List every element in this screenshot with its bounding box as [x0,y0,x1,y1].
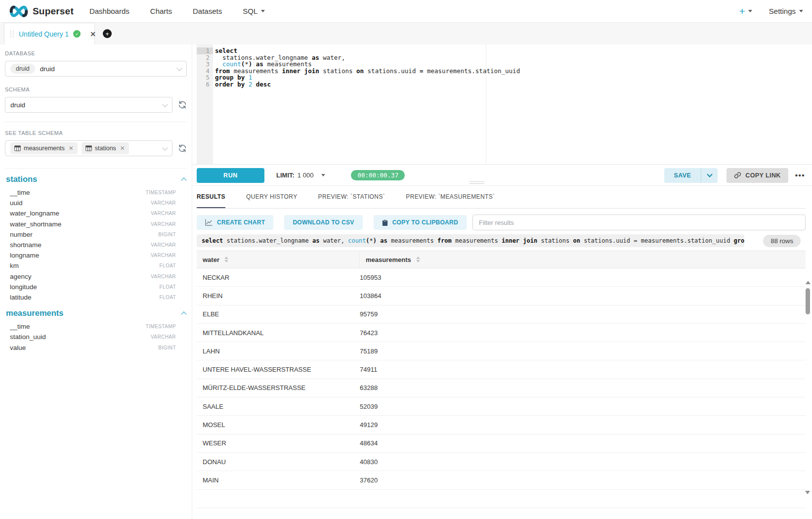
column-name: water_shortname [10,220,61,228]
nav-item-datasets[interactable]: Datasets [193,7,222,15]
refresh-schema-icon[interactable] [178,100,187,109]
database-label: DATABASE [5,50,187,58]
top-navbar: Superset DashboardsChartsDatasetsSQL + S… [0,0,812,23]
save-button[interactable]: SAVE [664,168,701,183]
create-chart-button[interactable]: CREATE CHART [197,215,273,230]
schema-table-name[interactable]: measurements [6,308,63,318]
water-header-label: water [203,256,219,263]
editor-gutter: 123456 [197,44,213,164]
sql-token: inner join [502,237,537,244]
column-header-measurements[interactable]: measurements [360,251,806,268]
remove-chip-icon[interactable]: ✕ [69,145,74,152]
copy-link-button[interactable]: COPY LINK [727,168,788,183]
column-type: TIMESTAMP [146,190,176,195]
nav-item-sql[interactable]: SQL [243,7,265,15]
column-row: station_uuidVARCHAR [10,332,176,342]
tab-untitled-query-1[interactable]: Untitled Query 1 ✓ ✕ [4,23,95,44]
column-type: VARCHAR [151,242,176,248]
more-options-button[interactable]: ••• [795,171,805,179]
table-row: DONAU40830 [197,453,806,471]
table-schema-select[interactable]: measurements✕stations✕ [5,140,172,156]
column-name: __time [10,323,30,330]
measurements-cell: 48634 [360,439,806,447]
sql-editor[interactable]: 123456 select stations.water_longname as… [193,44,812,165]
nav-item-dashboards[interactable]: Dashboards [89,7,129,15]
column-row: longnameVARCHAR [10,250,176,260]
column-type: BIGINT [158,232,176,237]
limit-dropdown[interactable]: LIMIT: 1 000 [276,172,325,179]
copy-to-clipboard-button[interactable]: COPY TO CLIPBOARD [374,215,467,230]
table-icon [85,145,92,151]
editor-code[interactable]: select stations.water_longname as water,… [215,44,812,164]
sql-token: measurements.station_uuid [423,67,520,75]
pane-splitter-handle[interactable] [470,181,484,185]
scrollbar-thumb[interactable] [806,288,810,314]
download-csv-button[interactable]: DOWNLOAD TO CSV [284,215,362,230]
column-name: station_uuid [10,333,46,341]
tab-preview-stations[interactable]: PREVIEW: `STATIONS` [318,186,385,208]
sql-token: ( [366,237,369,244]
column-row: kmFLOAT [10,260,176,271]
nav-item-charts[interactable]: Charts [150,7,172,15]
table-icon [14,145,21,151]
new-item-menu[interactable]: + [739,5,752,17]
remove-chip-icon[interactable]: ✕ [120,145,125,152]
scroll-down-icon[interactable] [805,491,810,494]
column-type: VARCHAR [151,274,176,279]
results-tabbar: RESULTS QUERY HISTORY PREVIEW: `STATIONS… [197,186,806,209]
column-type: VARCHAR [151,200,176,206]
clipboard-icon [382,219,388,226]
query-tabstrip: Untitled Query 1 ✓ ✕ + [0,23,812,44]
column-row: agencyVARCHAR [10,271,176,282]
sql-token: inner join [282,67,319,75]
column-header-water[interactable]: water [197,251,360,268]
results-table-header: water measurements [197,251,806,268]
line-number: 5 [197,74,213,81]
download-csv-label: DOWNLOAD TO CSV [293,219,354,226]
code-line: count(*) as measurements [215,61,812,68]
nav-item-label: Charts [150,7,172,15]
refresh-tables-icon[interactable] [178,144,187,153]
schema-select[interactable]: druid [5,97,172,113]
editor-toolbar: RUN LIMIT: 1 000 00:00:00.37 SAVE [193,165,812,186]
table-chip-measurements[interactable]: measurements✕ [10,142,78,154]
filter-results-input[interactable] [472,215,806,230]
database-select[interactable]: druid druid [5,61,187,77]
run-button[interactable]: RUN [197,168,264,183]
tab-query-history[interactable]: QUERY HISTORY [246,186,298,208]
nav-item-label: Dashboards [89,7,129,15]
chevron-up-icon[interactable] [181,311,186,317]
query-tab-title[interactable]: Untitled Query 1 [19,30,69,38]
column-row: __timeTIMESTAMP [10,187,176,198]
tab-results[interactable]: RESULTS [197,186,225,208]
chevron-down-icon [162,145,168,150]
database-value: druid [40,65,55,73]
sql-token: count [348,237,366,244]
sort-icon[interactable] [224,257,228,262]
sql-token: on [573,237,580,244]
water-cell: UNTERE HAVEL-WASSERSTRASSE [197,366,360,373]
measurements-cell: 63288 [360,384,806,391]
nav-right: + Settings [739,5,803,17]
schema-table-name[interactable]: stations [6,174,37,184]
water-cell: LAHN [197,347,360,355]
chevron-up-icon[interactable] [181,177,186,183]
main-nav: DashboardsChartsDatasetsSQL [89,7,265,15]
water-cell: MITTELLANDKANAL [197,329,360,337]
new-tab-button[interactable]: + [103,29,112,38]
column-name: agency [10,273,32,280]
settings-menu[interactable]: Settings [769,7,803,15]
plus-icon: + [739,5,745,17]
column-row: longitudeFLOAT [10,282,176,292]
results-scrollbar[interactable] [805,280,811,495]
superset-brand[interactable]: Superset [9,5,74,18]
table-chip-stations[interactable]: stations✕ [82,142,129,154]
save-options-button[interactable] [701,168,718,183]
drag-handle-icon[interactable] [10,31,14,38]
sort-icon[interactable] [416,257,420,262]
scroll-up-icon[interactable] [806,281,811,284]
sql-token: as [380,237,387,244]
column-name: km [10,262,19,269]
tab-preview-measurements[interactable]: PREVIEW: `MEASUREMENTS` [406,186,495,208]
sqllab-main: 123456 select stations.water_longname as… [193,44,812,519]
